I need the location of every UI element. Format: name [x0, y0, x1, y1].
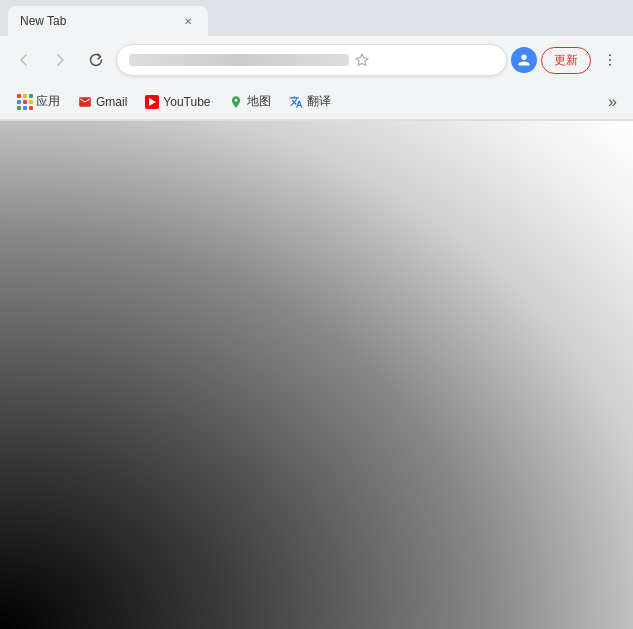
forward-button[interactable] [44, 44, 76, 76]
apps-icon [18, 95, 32, 109]
star-icon [355, 53, 369, 67]
translate-icon [289, 95, 303, 109]
gmail-label: Gmail [96, 95, 127, 109]
more-label: » [608, 93, 617, 111]
bookmark-apps[interactable]: 应用 [10, 89, 68, 114]
back-button[interactable] [8, 44, 40, 76]
bookmarks-bar: 应用 Gmail YouTube [0, 84, 633, 120]
browser-chrome: New Tab ✕ [0, 0, 633, 121]
address-bar[interactable] [116, 44, 507, 76]
reload-button[interactable] [80, 44, 112, 76]
apps-label: 应用 [36, 93, 60, 110]
maps-label: 地图 [247, 93, 271, 110]
navigation-bar: 更新 [0, 36, 633, 84]
bookmark-gmail[interactable]: Gmail [70, 91, 135, 113]
bookmark-translate[interactable]: 翻译 [281, 89, 339, 114]
tab-title: New Tab [20, 14, 174, 28]
browser-menu-button[interactable] [595, 45, 625, 75]
profile-button[interactable] [511, 47, 537, 73]
translate-label: 翻译 [307, 93, 331, 110]
bookmarks-more-button[interactable]: » [602, 89, 623, 115]
youtube-icon [145, 95, 159, 109]
bookmark-maps[interactable]: 地图 [221, 89, 279, 114]
tab-bar: New Tab ✕ [0, 0, 633, 36]
bookmark-youtube[interactable]: YouTube [137, 91, 218, 113]
maps-icon [229, 95, 243, 109]
gmail-icon [78, 95, 92, 109]
svg-point-2 [609, 59, 611, 61]
svg-point-1 [609, 54, 611, 56]
svg-point-3 [609, 64, 611, 66]
youtube-label: YouTube [163, 95, 210, 109]
tab-close-button[interactable]: ✕ [180, 13, 196, 29]
active-tab[interactable]: New Tab ✕ [8, 6, 208, 36]
gradient-background [0, 121, 633, 629]
update-button[interactable]: 更新 [541, 47, 591, 74]
address-text [129, 54, 349, 66]
main-content [0, 121, 633, 629]
svg-marker-0 [356, 54, 368, 65]
